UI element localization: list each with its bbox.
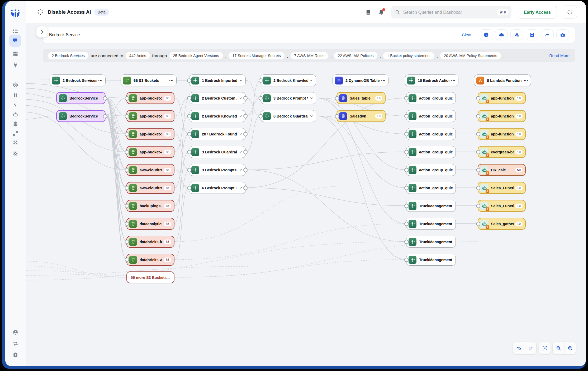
more-menu-icon[interactable]: ⋯ [524, 78, 528, 83]
early-access-button[interactable]: Early Access [518, 6, 557, 18]
node-s3-bucket[interactable]: aws-cloudtrail-lo...86 [126, 164, 174, 176]
snapshot-camera-button[interactable] [556, 29, 569, 40]
node-s3-bucket[interactable]: app-bucket-3-65...86 [126, 128, 174, 140]
chevron-down-icon[interactable] [239, 150, 243, 154]
chevron-down-icon[interactable] [239, 114, 243, 118]
column-header-bedrock-imported[interactable]: 1 Bedrock Imported ... [189, 74, 246, 86]
node-s3-bucket[interactable]: app-bucket-2-65...86 [126, 110, 174, 122]
node-s3-bucket[interactable]: backuplogs.egt86 [126, 200, 174, 212]
sidebar-item-switch[interactable] [12, 341, 18, 347]
summary-pill[interactable]: 20 AWS IAM Policy Statements [440, 52, 501, 59]
node-bedrock-prompt-r[interactable]: 6 Bedrock Prompt R... [189, 182, 246, 194]
search-input[interactable] [403, 10, 497, 15]
sidebar-item-datastores[interactable] [12, 51, 18, 57]
node-dynamodb-table[interactable]: Sales_table10 [336, 92, 386, 104]
apps-grid-button[interactable] [563, 6, 577, 19]
search-box[interactable]: ⌘ K [391, 6, 511, 18]
zoom-in-button[interactable] [564, 342, 576, 354]
node-bedrock-service[interactable]: BedrockService [56, 110, 106, 122]
summary-pill[interactable]: 17 Secrets Manager Secrets [229, 52, 284, 59]
node-bedrock-guardrail[interactable]: 6 Bedrock Guardrail ... [260, 110, 316, 122]
share-button[interactable] [541, 29, 554, 40]
sidebar-item-identities[interactable] [12, 139, 18, 145]
node-lambda-function[interactable]: λSales_gather10 [478, 218, 526, 230]
column-header-bedrock-action-groups[interactable]: 10 Bedrock Action Gr... ⋯ [405, 74, 458, 86]
node-lambda-function[interactable]: λevergreen-bedro...10 [478, 146, 526, 158]
query-bar[interactable]: Bedrock Service Clear [43, 27, 575, 43]
node-truck-management[interactable]: TruckManagement [406, 218, 456, 230]
widgets-button[interactable] [510, 29, 523, 40]
node-action-group[interactable]: action_group_quick_s... [406, 92, 456, 104]
node-bedrock-prompt-version[interactable]: 3 Bedrock Prompt V... [260, 92, 316, 104]
summary-pill[interactable]: 442 Anies [126, 52, 150, 59]
chevron-down-icon[interactable] [309, 78, 313, 82]
chevron-down-icon[interactable] [239, 186, 243, 190]
node-truck-management[interactable]: TruckManagement [406, 236, 456, 248]
more-menu-icon[interactable]: ⋯ [381, 78, 386, 83]
chevron-down-icon[interactable] [239, 168, 243, 172]
sidebar-item-account[interactable] [12, 329, 18, 335]
sidebar-item-ai-models[interactable] [12, 92, 18, 98]
node-s3-bucket[interactable]: app-bucket-1-65...86 [126, 92, 174, 104]
node-lambda-function[interactable]: λapp-function-110 [478, 92, 526, 104]
node-more-s3-buckets[interactable]: 56 more S3 Buckets... [126, 271, 174, 283]
summary-pill[interactable]: 22 AWS IAM Policies [334, 52, 377, 59]
zoom-out-button[interactable] [553, 342, 564, 354]
brand-logo-icon[interactable] [10, 9, 21, 20]
node-s3-bucket[interactable]: dataanalytics.egt86 [126, 218, 174, 230]
summary-pill[interactable]: 2 Bedrock Services [48, 52, 88, 59]
node-action-group[interactable]: action_group_quick_s... [406, 146, 456, 158]
query-text[interactable]: Bedrock Service [49, 32, 80, 37]
node-bedrock-service[interactable]: BedrockService [56, 92, 106, 104]
column-header-lambda-functions[interactable]: 8 Lambda Functions ⋯ [474, 74, 531, 86]
column-header-bedrock-knowledge[interactable]: 2 Bedrock Knowledg... [260, 74, 316, 86]
expand-panel-button[interactable] [36, 26, 48, 37]
node-lambda-function[interactable]: λSales_Function_B...10 [478, 200, 526, 212]
more-menu-icon[interactable]: ⋯ [451, 78, 456, 83]
node-action-group[interactable]: action_group_quick_s... [406, 128, 456, 140]
node-truck-management[interactable]: TruckManagement [406, 200, 456, 212]
sidebar-item-settings[interactable] [12, 151, 18, 157]
chevron-down-icon[interactable] [239, 96, 243, 100]
column-header-s3-buckets[interactable]: 66 S3 Buckets ⋯ [121, 74, 177, 86]
node-lambda-function[interactable]: λapp-function-310 [478, 128, 526, 140]
sidebar-item-workspace[interactable] [12, 352, 18, 358]
node-s3-bucket[interactable]: databricks-fubxc...86 [126, 236, 174, 248]
redo-button[interactable] [525, 342, 536, 354]
column-header-bedrock-services[interactable]: 2 Bedrock Services ⋯ [50, 74, 106, 86]
node-truck-management[interactable]: TruckManagement [406, 254, 456, 266]
node-bedrock-foundation[interactable]: 207 Bedrock Founda... [189, 128, 246, 140]
notifications-bell-icon[interactable] [378, 9, 384, 15]
save-button[interactable] [526, 29, 538, 40]
cloud-button[interactable] [495, 29, 508, 40]
node-action-group[interactable]: action_group_quick_s... [406, 110, 456, 122]
fit-view-button[interactable] [539, 342, 551, 354]
chevron-down-icon[interactable] [309, 96, 313, 100]
more-menu-icon[interactable]: ⋯ [98, 78, 103, 83]
clear-button[interactable]: Clear [462, 32, 472, 37]
node-lambda-function[interactable]: λapp-function-210 [478, 110, 526, 122]
node-action-group[interactable]: action_group_quick_s... [406, 164, 456, 176]
node-s3-bucket[interactable]: aws-cloudtrail-lo...86 [126, 182, 174, 194]
node-bedrock-prompts[interactable]: 3 Bedrock Prompts [189, 164, 246, 176]
history-clock-button[interactable] [480, 29, 492, 40]
chevron-down-icon[interactable] [309, 114, 313, 118]
node-s3-bucket[interactable]: databricks-works...86 [126, 254, 174, 266]
summary-pill[interactable]: 1 Bucket policy statement [383, 52, 434, 59]
sidebar-item-queries-active[interactable] [9, 35, 21, 47]
summary-pill[interactable]: 7 AWS IAM Roles [291, 52, 328, 59]
read-more-link[interactable]: Read More [549, 53, 570, 58]
undo-button[interactable] [513, 342, 525, 354]
node-bedrock-knowledge[interactable]: 2 Bedrock Knowledg... [189, 110, 246, 122]
node-lambda-function-hr-calc[interactable]: λHR_calc50 [478, 164, 526, 176]
docs-icon[interactable] [365, 9, 371, 15]
node-action-group[interactable]: action_group_quick_s... [406, 182, 456, 194]
sidebar-item-dashboard[interactable] [12, 28, 18, 34]
node-bedrock-custom[interactable]: 2 Bedrock Custom ... [189, 92, 246, 104]
sidebar-item-flows[interactable] [12, 130, 18, 137]
chevron-down-icon[interactable] [239, 78, 243, 82]
node-dynamodb-table[interactable]: Salesdyn10 [336, 110, 386, 122]
node-lambda-function[interactable]: λSales_Function_A...10 [478, 182, 526, 194]
chevron-down-icon[interactable] [239, 132, 243, 136]
node-bedrock-guardrails[interactable]: 3 Bedrock Guardrails [189, 146, 246, 158]
